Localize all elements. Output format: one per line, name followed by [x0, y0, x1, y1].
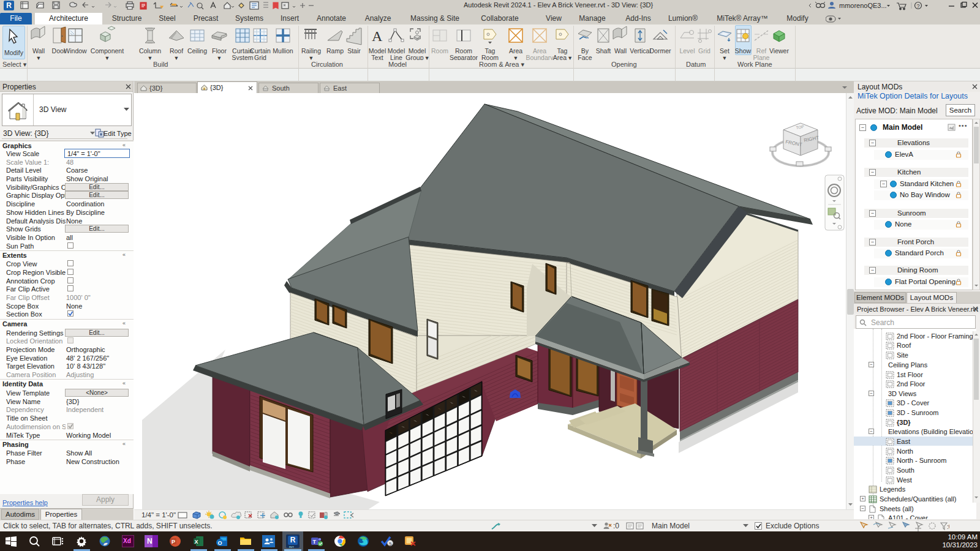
svg-text:T: T [313, 539, 317, 545]
svg-text:O: O [218, 540, 222, 546]
svg-text:5: 5 [389, 541, 392, 547]
svg-text:mmorenoQE3...: mmorenoQE3... [839, 2, 887, 9]
svg-text::0: :0 [947, 523, 949, 530]
svg-text:P: P [172, 539, 175, 545]
svg-text:?: ? [916, 3, 919, 9]
svg-text:X: X [195, 539, 198, 545]
